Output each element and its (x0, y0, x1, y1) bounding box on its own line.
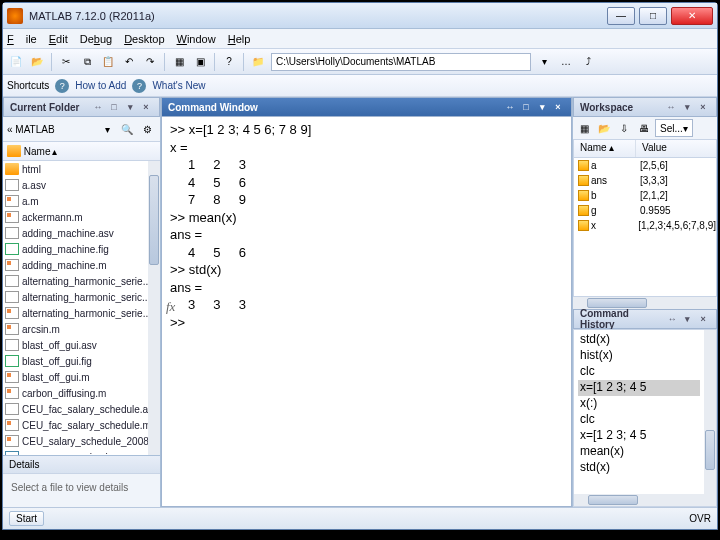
history-item[interactable]: x=[1 2 3; 4 5 (578, 380, 700, 396)
hist-undock-icon[interactable]: ↔ (665, 312, 679, 326)
help-icon[interactable]: ? (220, 53, 238, 71)
ws-col-value[interactable]: Value (636, 140, 673, 157)
minimize-button[interactable]: — (607, 7, 635, 25)
ws-new-icon[interactable]: ▦ (575, 119, 593, 137)
file-item[interactable]: a.m (3, 193, 148, 209)
copy-icon[interactable]: ⧉ (78, 53, 96, 71)
new-icon[interactable]: 📄 (7, 53, 25, 71)
redo-icon[interactable]: ↷ (141, 53, 159, 71)
ws-col-name[interactable]: Name ▴ (574, 140, 636, 157)
guide-icon[interactable]: ▣ (191, 53, 209, 71)
history-item[interactable]: hist(x) (578, 348, 700, 364)
history-item[interactable]: std(x) (578, 460, 700, 476)
minimize-panel-icon[interactable]: □ (107, 100, 121, 114)
whatsnew-icon[interactable]: ? (132, 79, 146, 93)
address-dropdown-icon[interactable]: ▾ (535, 53, 553, 71)
gear-icon[interactable]: ⚙ (138, 120, 156, 138)
hist-menu-icon[interactable]: ▾ (681, 312, 695, 326)
menu-help[interactable]: Help (228, 33, 251, 45)
file-item[interactable]: adding_machine.asv (3, 225, 148, 241)
address-bar[interactable]: C:\Users\Holly\Documents\MATLAB (271, 53, 531, 71)
file-item[interactable]: carbon_diffusing.m (3, 385, 148, 401)
start-button[interactable]: Start (9, 511, 44, 526)
workspace-header[interactable]: Workspace ↔ ▾ × (573, 97, 717, 117)
whatsnew-link[interactable]: What's New (152, 80, 205, 91)
workspace-var[interactable]: g0.9595 (574, 203, 716, 218)
undo-icon[interactable]: ↶ (120, 53, 138, 71)
ws-import-icon[interactable]: ⇩ (615, 119, 633, 137)
ws-menu-icon[interactable]: ▾ (680, 100, 694, 114)
menu-desktop[interactable]: Desktop (124, 33, 164, 45)
hist-vscroll[interactable] (704, 330, 716, 506)
close-panel-icon[interactable]: × (139, 100, 153, 114)
file-item[interactable]: alternating_harmonic_serie... (3, 305, 148, 321)
cut-icon[interactable]: ✂ (57, 53, 75, 71)
close-button[interactable]: ✕ (671, 7, 713, 25)
folder-up-icon[interactable]: 📁 (249, 53, 267, 71)
history-item[interactable]: mean(x) (578, 444, 700, 460)
fx-icon[interactable]: fx (166, 298, 175, 316)
cmd-close-icon[interactable]: × (551, 100, 565, 114)
paste-icon[interactable]: 📋 (99, 53, 117, 71)
ws-undock-icon[interactable]: ↔ (664, 100, 678, 114)
history-item[interactable]: clc (578, 364, 700, 380)
file-item[interactable]: ackermann.m (3, 209, 148, 225)
workspace-var[interactable]: x[1,2,3;4,5,6;7,8,9] (574, 218, 716, 233)
parent-folder-icon[interactable]: ⤴ (579, 53, 597, 71)
file-item[interactable]: CEU_fac_salary_schedule.asv (3, 401, 148, 417)
ws-close-icon[interactable]: × (696, 100, 710, 114)
sort-asc-icon[interactable]: ▴ (52, 146, 57, 157)
file-item[interactable]: alternating_harmonic_serie... (3, 273, 148, 289)
history-item[interactable]: std(x) (578, 332, 700, 348)
browse-icon[interactable]: … (557, 53, 575, 71)
ws-select[interactable]: Sel... ▾ (655, 119, 693, 137)
history-item[interactable]: x=[1 2 3; 4 5 (578, 428, 700, 444)
maximize-button[interactable]: □ (639, 7, 667, 25)
command-window-header[interactable]: Command Window ↔ □ ▾ × (161, 97, 572, 117)
titlebar[interactable]: MATLAB 7.12.0 (R2011a) — □ ✕ (3, 3, 717, 29)
cmd-undock-icon[interactable]: ↔ (503, 100, 517, 114)
current-folder-header[interactable]: Current Folder ↔ □ ▾ × (3, 97, 160, 117)
history-item[interactable]: x(:) (578, 396, 700, 412)
ws-hscroll[interactable] (573, 297, 717, 309)
workspace-var[interactable]: ans[3,3,3] (574, 173, 716, 188)
folder-breadcrumb[interactable]: « MATLAB (7, 124, 96, 135)
crumb-dropdown-icon[interactable]: ▾ (98, 120, 116, 138)
file-item[interactable]: blast_off_gui.fig (3, 353, 148, 369)
file-item[interactable]: CEU_salary_schedule_2008... (3, 433, 148, 449)
history-item[interactable]: clc (578, 412, 700, 428)
menu-file[interactable]: File (7, 33, 37, 45)
howto-icon[interactable]: ? (55, 79, 69, 93)
file-item[interactable]: a.asv (3, 177, 148, 193)
history-header[interactable]: Command History ↔ ▾ × (573, 309, 717, 329)
file-item[interactable]: adding_machine.m (3, 257, 148, 273)
undock-icon[interactable]: ↔ (91, 100, 105, 114)
hist-hscroll[interactable] (574, 494, 704, 506)
command-window[interactable]: fx >> x=[1 2 3; 4 5 6; 7 8 9]x = 1 2 3 4… (161, 117, 572, 507)
file-item[interactable]: adding_machine.fig (3, 241, 148, 257)
open-icon[interactable]: 📂 (28, 53, 46, 71)
name-column-header[interactable]: Name (24, 146, 51, 157)
hist-close-icon[interactable]: × (696, 312, 710, 326)
workspace-var[interactable]: b[2,1,2] (574, 188, 716, 203)
menu-debug[interactable]: Debug (80, 33, 112, 45)
howto-link[interactable]: How to Add (75, 80, 126, 91)
menu-window[interactable]: Window (177, 33, 216, 45)
menu-edit[interactable]: Edit (49, 33, 68, 45)
ws-print-icon[interactable]: 🖶 (635, 119, 653, 137)
workspace-var[interactable]: a[2,5,6] (574, 158, 716, 173)
details-header[interactable]: Details (3, 456, 160, 474)
cmd-min-icon[interactable]: □ (519, 100, 533, 114)
file-item[interactable]: blast_off_gui.m (3, 369, 148, 385)
search-icon[interactable]: 🔍 (118, 120, 136, 138)
file-item[interactable]: html (3, 161, 148, 177)
simulink-icon[interactable]: ▦ (170, 53, 188, 71)
file-item[interactable]: alternating_harmonic_seric... (3, 289, 148, 305)
file-item[interactable]: blast_off_gui.asv (3, 337, 148, 353)
menu-icon[interactable]: ▾ (123, 100, 137, 114)
file-item[interactable]: copper_vacancies.jpg (3, 449, 148, 455)
file-item[interactable]: arcsin.m (3, 321, 148, 337)
cmd-menu-icon[interactable]: ▾ (535, 100, 549, 114)
file-item[interactable]: CEU_fac_salary_schedule.m (3, 417, 148, 433)
file-scrollbar[interactable] (148, 161, 160, 455)
